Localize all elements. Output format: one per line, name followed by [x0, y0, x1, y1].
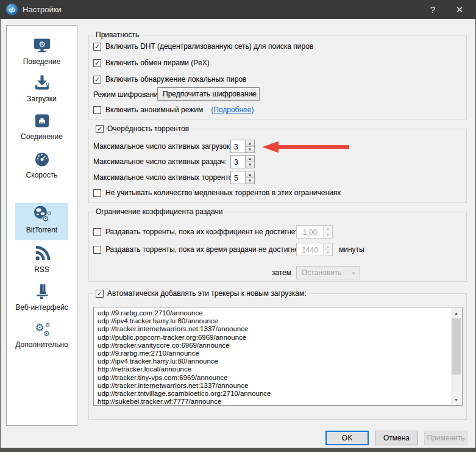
spin-up-button[interactable]: ▲: [245, 156, 254, 162]
pex-checkbox[interactable]: ✓: [93, 59, 101, 67]
pex-checkbox-row[interactable]: ✓ Включить обмен пирами (PeX): [93, 58, 210, 68]
max-torrents-label: Максимальное число активных торрентов:: [93, 173, 238, 182]
anonymous-more-link[interactable]: (Подробнее): [211, 106, 254, 114]
dht-checkbox-row[interactable]: ✓ Включить DHT (децентрализованную сеть)…: [93, 41, 313, 51]
ratio-limit-row: ✓ Раздавать торренты, пока их коэффициен…: [93, 227, 299, 237]
sidebar-item-advanced[interactable]: ⚙ ⚙ ⚙ Дополнительно: [7, 318, 77, 349]
spin-up-button[interactable]: ▲: [323, 226, 332, 232]
max-downloads-label: Максимальное число активных загрузок:: [93, 142, 232, 151]
time-limit-checkbox[interactable]: ✓: [93, 246, 101, 254]
ethernet-port-icon: [32, 111, 52, 131]
tracker-url: udp://9.rarbg.me:2710/announce: [98, 350, 451, 357]
ignore-slow-label: Не учитывать количество медленных торрен…: [105, 188, 341, 197]
close-button[interactable]: ✕: [447, 0, 472, 19]
ratio-limit-checkbox[interactable]: ✓: [93, 228, 101, 236]
sidebar-label: Дополнительно: [15, 340, 68, 349]
spin-up-button[interactable]: ▲: [245, 140, 254, 146]
settings-window: qb Настройки ? ✕ ⚙ Поведение Загрузки: [0, 0, 476, 452]
queueing-checkbox[interactable]: ✓: [96, 125, 104, 133]
spin-up-button[interactable]: ▲: [323, 243, 332, 249]
tracker-url: udp://9.rarbg.com:2710/announce: [98, 309, 451, 317]
tracker-url: udp://public.popcorn-tracker.org:6969/an…: [98, 334, 451, 342]
spin-down-button[interactable]: ▼: [245, 146, 254, 153]
encryption-label-row: Режим шифрования:: [93, 90, 164, 99]
pex-label: Включить обмен пирами (PeX): [105, 59, 210, 67]
anonymous-mode-row: ✓ Включить анонимный режим (Подробнее): [93, 105, 254, 115]
ratio-limit-label: Раздавать торренты, пока их коэффициент …: [105, 228, 299, 236]
group-share-limits-title: Ограничение коэффициента раздачи: [93, 207, 225, 216]
anonymous-mode-label: Включить анонимный режим: [105, 106, 203, 114]
sidebar-item-rss[interactable]: RSS: [7, 243, 77, 274]
sidebar-item-webui[interactable]: Веб-интерфейс: [7, 281, 77, 312]
rss-icon: [32, 244, 52, 264]
time-limit-label: Раздавать торренты, пока их время раздач…: [105, 245, 302, 254]
cancel-button[interactable]: Отмена: [375, 431, 418, 445]
max-downloads-label-row: Максимальное число активных загрузок:: [93, 142, 232, 151]
monitor-gear-icon: ⚙: [32, 36, 52, 56]
download-icon: [32, 73, 52, 93]
group-privacy-title: Приватность: [93, 30, 141, 39]
globe-gear-icon: ⚙ ⚙: [32, 204, 52, 224]
svg-text:⚙: ⚙: [38, 40, 46, 49]
sidebar-item-behavior[interactable]: ⚙ Поведение: [7, 35, 77, 66]
qbittorrent-logo-icon: qb: [6, 4, 18, 15]
vertical-scrollbar[interactable]: ▲ ▼: [451, 308, 461, 404]
titlebar: qb Настройки ? ✕: [0, 0, 476, 19]
sidebar-label: Скорость: [26, 171, 58, 179]
tracker-url: udp://tracker.internetwarriors.net:1337/…: [98, 382, 451, 390]
then-label-row: затем: [262, 268, 291, 278]
spin-down-button[interactable]: ▼: [323, 232, 332, 239]
speedometer-icon: [32, 149, 52, 169]
gears-icon: ⚙ ⚙ ⚙: [32, 319, 52, 339]
window-title: Настройки: [23, 5, 62, 14]
tracker-url: udp://tracker.tntvillage.scambioetico.or…: [98, 390, 451, 398]
sidebar-label: Соединение: [21, 132, 63, 141]
sidebar-label: BitTorrent: [26, 226, 57, 234]
tracker-url: udp://tracker.tiny-vps.com:6969/announce: [98, 374, 451, 382]
max-torrents-label-row: Максимальное число активных торрентов:: [93, 173, 238, 182]
help-button[interactable]: ?: [420, 0, 446, 19]
ok-button[interactable]: OK: [325, 431, 369, 445]
scrollbar-thumb[interactable]: [452, 318, 461, 375]
svg-text:⚙: ⚙: [43, 329, 50, 338]
spin-down-button[interactable]: ▼: [245, 178, 254, 184]
max-torrents-spinner[interactable]: 5 ▲ ▼: [230, 171, 255, 184]
chevron-down-icon: ▼: [250, 92, 255, 98]
lsd-label: Включить обнаружение локальных пиров: [105, 75, 247, 84]
tracker-list-textarea[interactable]: udp://9.rarbg.com:2710/announce udp://ip…: [93, 307, 463, 406]
max-downloads-spinner[interactable]: 3 ▲ ▼: [230, 140, 255, 153]
auto-trackers-checkbox[interactable]: ✓: [96, 290, 104, 298]
dht-checkbox[interactable]: ✓: [93, 43, 101, 51]
then-action-select[interactable]: Остановить ▼: [296, 266, 360, 279]
svg-text:⚙: ⚙: [44, 322, 49, 328]
web-ui-plug-icon: [32, 282, 52, 301]
encryption-label: Режим шифрования:: [93, 90, 164, 99]
sidebar-item-downloads[interactable]: Загрузки: [7, 72, 77, 103]
tracker-url: http://sukebei.tracker.wf:7777/announce: [98, 398, 451, 406]
apply-button[interactable]: Применить: [424, 431, 467, 445]
encryption-mode-select[interactable]: Предпочитать шифрование ▼: [157, 87, 260, 101]
spin-down-button[interactable]: ▼: [245, 162, 254, 168]
ratio-limit-spinner[interactable]: 1,00 ▲ ▼: [296, 225, 333, 239]
spin-down-button[interactable]: ▼: [323, 249, 332, 256]
spin-up-button[interactable]: ▲: [245, 171, 254, 178]
lsd-checkbox-row[interactable]: ✓ Включить обнаружение локальных пиров: [93, 74, 247, 84]
time-limit-spinner[interactable]: 1440 ▲ ▼: [296, 243, 333, 256]
dht-label: Включить DHT (децентрализованную сеть) д…: [105, 42, 313, 51]
time-unit-label-row: минуты: [339, 245, 364, 254]
lsd-checkbox[interactable]: ✓: [93, 76, 101, 84]
svg-text:⚙: ⚙: [46, 210, 51, 217]
tracker-lines: udp://9.rarbg.com:2710/announce udp://ip…: [94, 308, 451, 406]
ignore-slow-checkbox[interactable]: ✓: [93, 189, 101, 197]
sidebar-label: Поведение: [23, 57, 61, 66]
tracker-url: udp://ipv4.tracker.harry.lu:80/announce: [98, 317, 451, 325]
group-queueing-title: ✓ Очерёдность торрентов: [93, 124, 191, 133]
scroll-down-button[interactable]: ▼: [451, 395, 461, 404]
time-limit-row: ✓ Раздавать торренты, пока их время разд…: [93, 245, 302, 254]
max-uploads-spinner[interactable]: 3 ▲ ▼: [230, 155, 255, 168]
sidebar-item-bittorrent[interactable]: ⚙ ⚙ BitTorrent: [15, 203, 68, 240]
scroll-up-button[interactable]: ▲: [451, 308, 461, 318]
anonymous-mode-checkbox[interactable]: ✓: [93, 106, 101, 114]
sidebar-item-connection[interactable]: Соединение: [7, 110, 77, 141]
sidebar-item-speed[interactable]: Скорость: [7, 148, 77, 179]
